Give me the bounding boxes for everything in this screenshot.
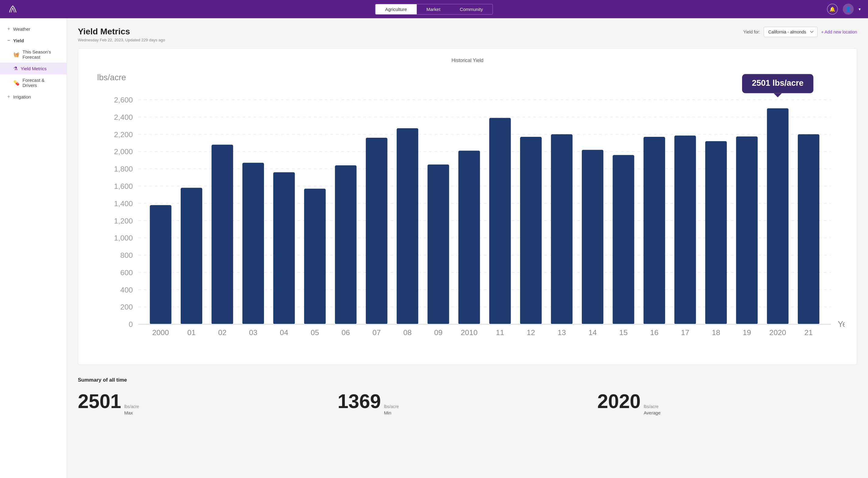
summary-avg-right: lbs/acre Average: [644, 404, 660, 415]
person-icon: ⚗: [13, 66, 18, 71]
sidebar-metrics-label: Yield Metrics: [21, 66, 46, 71]
bar-chart: lbs/acre 02004006008001,0001,2001,4001,6…: [90, 70, 845, 358]
svg-rect-37: [397, 128, 418, 324]
svg-text:2,000: 2,000: [114, 148, 133, 156]
svg-text:2,400: 2,400: [114, 113, 133, 121]
nav-agriculture[interactable]: Agriculture: [375, 4, 417, 14]
svg-text:400: 400: [120, 286, 133, 294]
summary-max-number: 2501: [78, 392, 121, 411]
svg-rect-40: [489, 118, 511, 324]
app-header: Agriculture Market Community 🔔 👤 ▾: [0, 0, 868, 18]
svg-rect-45: [644, 137, 665, 324]
svg-rect-33: [273, 172, 295, 324]
svg-text:08: 08: [403, 328, 412, 337]
svg-text:1,600: 1,600: [114, 182, 133, 190]
svg-text:0: 0: [129, 320, 133, 328]
page-title: Yield Metrics: [78, 27, 165, 36]
sidebar-weather-label: Weather: [13, 27, 30, 32]
summary-max-label: Max: [124, 410, 139, 415]
svg-text:2020: 2020: [770, 328, 786, 337]
svg-rect-39: [458, 151, 480, 324]
svg-text:17: 17: [681, 328, 689, 337]
nav-community[interactable]: Community: [450, 4, 493, 14]
svg-rect-41: [520, 137, 542, 324]
svg-marker-77: [774, 93, 782, 98]
page-header: Yield Metrics Wednesday Feb 22, 2023, Up…: [78, 27, 857, 42]
svg-rect-32: [242, 163, 264, 324]
svg-rect-42: [551, 134, 572, 324]
sidebar-item-weather[interactable]: + Weather: [0, 23, 67, 35]
location-select[interactable]: California - almonds: [764, 27, 817, 37]
svg-rect-48: [736, 136, 757, 324]
summary-avg-number: 2020: [597, 392, 641, 411]
main-nav: Agriculture Market Community: [375, 4, 493, 14]
summary-avg: 2020 lbs/acre Average: [597, 392, 857, 415]
svg-rect-44: [613, 155, 634, 324]
summary-max-unit: lbs/acre: [124, 404, 139, 409]
sidebar: + Weather − Yield 🧺 This Season's Foreca…: [0, 18, 67, 478]
sidebar-item-forecast-drivers[interactable]: 💊 Forecast & Drivers: [0, 74, 67, 91]
app-logo[interactable]: [7, 3, 20, 15]
svg-rect-47: [705, 141, 727, 324]
pill-icon: 💊: [13, 80, 20, 86]
add-location-link[interactable]: + Add new location: [821, 30, 857, 34]
svg-text:1,400: 1,400: [114, 199, 133, 208]
plus-icon-irrigation: +: [7, 94, 10, 99]
svg-text:15: 15: [619, 328, 628, 337]
summary-avg-unit: lbs/acre: [644, 404, 660, 409]
svg-text:Years: Years: [838, 320, 845, 329]
svg-text:03: 03: [249, 328, 257, 337]
sidebar-item-irrigation[interactable]: + Irrigation: [0, 91, 67, 102]
summary-min: 1369 lbs/acre Min: [338, 392, 597, 415]
chart-container: Historical Yield lbs/acre 02004006008001…: [78, 49, 857, 365]
nav-market[interactable]: Market: [417, 4, 450, 14]
svg-text:07: 07: [372, 328, 381, 337]
svg-text:600: 600: [120, 268, 133, 277]
svg-text:2010: 2010: [461, 328, 477, 337]
svg-text:16: 16: [650, 328, 659, 337]
chart-title: Historical Yield: [90, 58, 845, 63]
sidebar-yield-label: Yield: [13, 38, 24, 43]
svg-text:800: 800: [120, 251, 133, 259]
user-menu-chevron[interactable]: ▾: [859, 7, 861, 11]
svg-rect-50: [798, 134, 819, 324]
svg-text:04: 04: [280, 328, 288, 337]
svg-rect-36: [366, 138, 388, 324]
minus-icon: −: [7, 38, 10, 43]
svg-text:200: 200: [120, 303, 133, 311]
sidebar-item-yield-metrics[interactable]: ⚗ Yield Metrics: [0, 63, 67, 74]
svg-text:05: 05: [311, 328, 319, 337]
svg-rect-29: [150, 205, 172, 324]
svg-rect-34: [304, 189, 326, 324]
svg-text:13: 13: [557, 328, 566, 337]
yield-for-label: Yield for:: [743, 30, 760, 34]
user-avatar[interactable]: 👤: [843, 4, 854, 14]
svg-text:18: 18: [712, 328, 720, 337]
header-actions: 🔔 👤 ▾: [827, 4, 861, 14]
notification-bell[interactable]: 🔔: [827, 4, 838, 14]
svg-text:21: 21: [804, 328, 813, 337]
sidebar-item-forecast[interactable]: 🧺 This Season's Forecast: [0, 46, 67, 63]
plus-icon: +: [7, 26, 10, 32]
sidebar-item-yield[interactable]: − Yield: [0, 35, 67, 46]
summary-grid: 2501 lbs/acre Max 1369 lbs/acre Min 2020: [78, 392, 857, 415]
svg-text:11: 11: [496, 328, 504, 337]
summary-min-right: lbs/acre Min: [384, 404, 399, 415]
page-title-group: Yield Metrics Wednesday Feb 22, 2023, Up…: [78, 27, 165, 42]
summary-max-right: lbs/acre Max: [124, 404, 139, 415]
svg-rect-30: [181, 188, 202, 324]
svg-text:12: 12: [527, 328, 535, 337]
svg-text:19: 19: [743, 328, 751, 337]
svg-text:1,800: 1,800: [114, 165, 133, 173]
svg-text:01: 01: [187, 328, 196, 337]
svg-text:2,200: 2,200: [114, 130, 133, 139]
svg-text:2501 lbs/acre: 2501 lbs/acre: [752, 78, 804, 88]
svg-text:1,200: 1,200: [114, 217, 133, 225]
basket-icon: 🧺: [13, 52, 20, 58]
sidebar-irrigation-label: Irrigation: [13, 94, 31, 99]
summary-section: Summary of all time 2501 lbs/acre Max 13…: [78, 377, 857, 415]
svg-rect-31: [211, 145, 233, 324]
sidebar-forecast-label: This Season's Forecast: [23, 49, 59, 60]
svg-text:14: 14: [589, 328, 597, 337]
svg-rect-49: [767, 108, 788, 324]
